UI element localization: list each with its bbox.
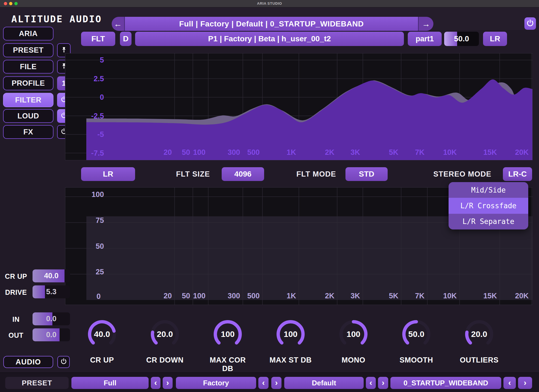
in-gain-slider[interactable]: 0.0 (33, 312, 70, 325)
dropdown-item-mid-side[interactable]: Mid/Side (449, 182, 528, 198)
preset-forward-button[interactable]: → (418, 17, 433, 31)
preset-path-display[interactable]: Full | Factory | Default | 0_STARTUP_WID… (125, 17, 418, 31)
frequency-response-chart[interactable]: 52.50-2.5-5-7.520501003005001K2K3K5K7K10… (65, 53, 533, 160)
stereo-mode-value-button[interactable]: LR-C (503, 167, 532, 181)
flt-size-label: FLT SIZE (168, 167, 218, 181)
svg-text:5K: 5K (389, 148, 398, 156)
power-icon (61, 358, 67, 366)
knob-outliers[interactable]: 20.0 OUTLIERS (458, 317, 500, 364)
sidebar-item-preset[interactable]: PRESET (3, 43, 53, 57)
preset-level-factory[interactable]: Factory (176, 377, 256, 389)
prev-preset-button[interactable]: ‹ (503, 377, 516, 389)
svg-text:2.5: 2.5 (93, 75, 104, 83)
channel-lr-button[interactable]: LR (483, 32, 507, 46)
knob-label: OUTLIERS (458, 356, 500, 364)
knob-cr-down[interactable]: 20.0 CR DOWN (144, 317, 186, 364)
svg-text:15K: 15K (483, 292, 497, 300)
next-preset-button[interactable]: › (518, 377, 532, 389)
power-icon (527, 20, 534, 28)
flt-mode-value-button[interactable]: STD (345, 167, 388, 181)
prev-factory-button[interactable]: ‹ (258, 377, 269, 389)
prev-full-button[interactable]: ‹ (151, 377, 160, 389)
drive-slider[interactable]: 5.3 (33, 285, 70, 298)
arrow-right-icon: → (422, 19, 430, 29)
sidebar-item-profile[interactable]: PROFILE (3, 76, 53, 90)
stereo-mode-dropdown: Mid/Side L/R Crossfade L/R Separate (449, 182, 528, 229)
drive-slider-label: DRIVE (2, 288, 30, 296)
cr-up-slider-label: CR UP (2, 272, 30, 280)
svg-text:7K: 7K (415, 292, 425, 300)
d-button[interactable]: D (120, 32, 132, 46)
next-default-button[interactable]: › (378, 377, 388, 389)
svg-text:75: 75 (96, 216, 104, 225)
svg-text:300: 300 (228, 292, 240, 300)
svg-text:3K: 3K (351, 292, 360, 300)
knob-label: CR UP (81, 356, 123, 364)
svg-text:-2.5: -2.5 (91, 112, 104, 120)
next-full-button[interactable]: › (163, 377, 173, 389)
macos-titlebar: ARIA STUDIO (0, 0, 539, 7)
knob-mono[interactable]: 100 MONO (332, 317, 375, 364)
brand-logo: ALTITUDE AUDIO (11, 13, 102, 25)
preset-level-default[interactable]: Default (284, 377, 364, 389)
svg-text:7K: 7K (415, 148, 425, 156)
in-gain-slider-label: IN (2, 315, 30, 323)
svg-text:0: 0 (100, 93, 104, 101)
arrow-left-icon: ← (114, 19, 122, 29)
audio-power-button[interactable] (57, 356, 70, 368)
knob-value: 50.0 (395, 329, 438, 339)
master-power-button[interactable] (524, 17, 536, 30)
knob-label: MAX ST DB (269, 356, 312, 364)
sidebar-item-aria[interactable]: ARIA (3, 27, 53, 40)
knob-max-st-db[interactable]: 100 MAX ST DB (269, 317, 312, 364)
svg-text:50: 50 (182, 292, 190, 300)
next-factory-button[interactable]: › (271, 377, 281, 389)
dropdown-item-lr-crossfade[interactable]: L/R Crossfade (449, 198, 528, 213)
plugin-window: ARIA STUDIO ALTITUDE AUDIO ← Full | Fact… (0, 0, 539, 392)
svg-text:2K: 2K (325, 292, 334, 300)
preset-back-button[interactable]: ← (112, 17, 125, 31)
sidebar-item-filter[interactable]: FILTER (3, 93, 53, 107)
stereo-mode-label: STEREO MODE (432, 167, 493, 181)
svg-text:3K: 3K (351, 148, 360, 156)
knob-smooth[interactable]: 50.0 SMOOTH (395, 317, 438, 364)
knob-max-cor-db[interactable]: 100 MAX COR DB (207, 317, 249, 373)
part-button[interactable]: part1 (408, 32, 442, 46)
knob-cr-up[interactable]: 40.0 CR UP (81, 317, 123, 364)
dropdown-item-lr-separate[interactable]: L/R Separate (449, 214, 528, 229)
out-gain-slider[interactable]: 0.0 (33, 328, 70, 341)
stereo-lr-button[interactable]: LR (81, 167, 135, 181)
sidebar-item-loud[interactable]: LOUD (3, 109, 53, 123)
prev-default-button[interactable]: ‹ (366, 377, 376, 389)
window-title: ARIA STUDIO (0, 1, 539, 6)
svg-text:500: 500 (247, 148, 260, 156)
preset-level-full[interactable]: Full (71, 377, 149, 389)
svg-text:0: 0 (96, 292, 101, 301)
mix-amount-slider[interactable]: 50.0 (444, 32, 479, 46)
sidebar-item-file[interactable]: FILE (3, 60, 53, 74)
svg-text:50: 50 (96, 242, 104, 250)
preset-name[interactable]: 0_STARTUP_WIDEBAND (390, 377, 501, 389)
preset-browser-bar: PRESET Full ‹ › Factory ‹ › Default ‹ › … (0, 372, 539, 392)
knob-label: MONO (332, 356, 375, 364)
svg-text:20: 20 (163, 148, 172, 156)
knob-value: 20.0 (458, 329, 500, 339)
sidebar-item-fx[interactable]: FX (3, 125, 53, 139)
svg-text:10K: 10K (443, 148, 457, 156)
svg-text:-5: -5 (97, 130, 104, 139)
svg-text:20K: 20K (515, 292, 529, 300)
flt-mode-label: FLT MODE (291, 167, 341, 181)
header-bar: ALTITUDE AUDIO ← Full | Factory | Defaul… (0, 7, 539, 30)
svg-text:5K: 5K (389, 292, 398, 300)
flt-button[interactable]: FLT (81, 32, 115, 46)
svg-text:20: 20 (163, 292, 172, 300)
flt-size-value-button[interactable]: 4096 (222, 167, 264, 181)
svg-text:10K: 10K (443, 292, 457, 300)
svg-text:300: 300 (228, 148, 240, 156)
filter-path-display[interactable]: P1 | Factory | Beta | h_user_00_t2 (135, 32, 404, 46)
knob-value: 40.0 (81, 329, 123, 339)
knob-value: 20.0 (144, 329, 186, 339)
cr-up-slider[interactable]: 40.0 (33, 269, 70, 282)
svg-text:500: 500 (247, 292, 260, 300)
audio-button[interactable]: AUDIO (3, 356, 53, 368)
